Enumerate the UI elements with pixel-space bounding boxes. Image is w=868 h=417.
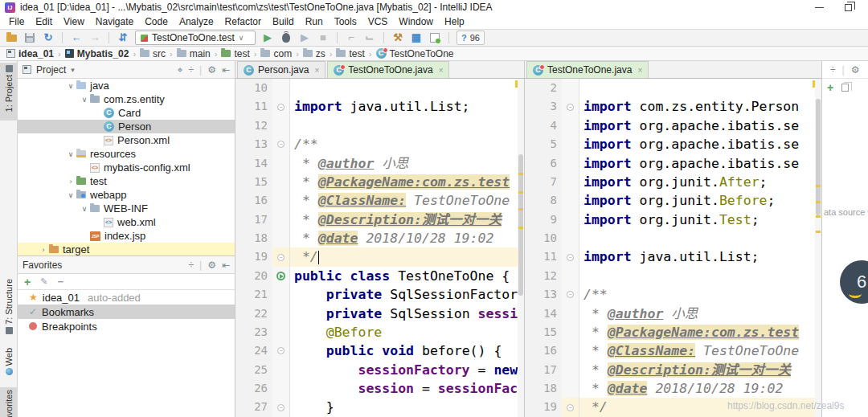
fold-marker-icon[interactable]: − (567, 291, 574, 298)
line-number[interactable]: 12 (235, 117, 272, 135)
warning-marker[interactable] (816, 215, 821, 218)
code-line-16[interactable]: 16 * @ClassName: TestOneToOne (235, 191, 524, 210)
code-line-13[interactable]: 13−/** (235, 135, 524, 153)
code-line-16[interactable]: 16 * @ClassName: TestOneToOne (525, 341, 821, 360)
warning-marker[interactable] (816, 231, 821, 233)
fold-marker-icon[interactable]: − (277, 347, 285, 354)
sync-icon[interactable]: ↻ (42, 31, 55, 44)
menu-item-view[interactable]: View (58, 15, 90, 28)
breadcrumb-item-src[interactable]: src (140, 48, 166, 59)
code-line-21[interactable]: 21 private SqlSessionFactory (235, 285, 524, 304)
breadcrumb-item-test[interactable]: test (221, 48, 249, 59)
add-favorite-icon[interactable]: + (24, 276, 31, 288)
fold-marker-icon[interactable]: − (277, 104, 285, 111)
tab-TestOneToOne.java[interactable]: CTestOneToOne.java× (526, 61, 649, 78)
line-number[interactable]: 4 (525, 117, 562, 135)
line-number[interactable]: 14 (235, 154, 272, 173)
export-icon[interactable] (428, 31, 441, 44)
breadcrumb-item-main[interactable]: main (177, 48, 211, 59)
code-line-18[interactable]: 18 * @date 2018/10/28 19:02 (235, 229, 524, 247)
code-line-12[interactable]: 12 (235, 117, 524, 135)
code-line-22[interactable]: 22 private SqlSession session; (235, 305, 524, 323)
line-number[interactable]: 15 (235, 173, 272, 191)
tree-item-web.xml[interactable]: <>web.xml (18, 215, 235, 229)
scrollbar-thumb[interactable] (816, 99, 821, 215)
scrollbar-right-editor[interactable] (815, 79, 821, 417)
code-line-3[interactable]: 3−import com.zs.entity.Person (525, 97, 821, 116)
menu-item-edit[interactable]: Edit (30, 15, 58, 28)
chevron-expanded-icon[interactable]: ∨ (65, 82, 76, 90)
warning-marker[interactable] (518, 227, 523, 229)
edit-favorite-icon[interactable]: ✎ (40, 276, 47, 287)
expand-icon[interactable]: ÷ (188, 260, 194, 271)
back-icon[interactable]: ← (70, 31, 83, 44)
line-number[interactable]: 21 (235, 285, 272, 304)
line-number[interactable]: 18 (235, 229, 272, 247)
fold-marker-icon[interactable]: − (567, 254, 574, 261)
code-line-26[interactable]: 26 session = sessionFac (235, 379, 524, 398)
menu-item-help[interactable]: Help (439, 15, 470, 28)
open-icon[interactable] (5, 31, 18, 44)
code-line-19[interactable]: 19− */ (235, 247, 524, 266)
code-line-7[interactable]: 7import org.junit.After; (525, 173, 821, 191)
warning-marker[interactable] (816, 201, 821, 203)
warning-marker[interactable] (518, 173, 523, 175)
tab-Person.java[interactable]: CPerson.java× (237, 61, 326, 78)
remove-favorite-icon[interactable]: − (57, 276, 63, 288)
menu-item-file[interactable]: File (3, 15, 30, 28)
line-number[interactable]: 26 (235, 379, 272, 398)
code-line-27[interactable]: 27− } (235, 398, 524, 416)
line-number[interactable]: 8 (525, 191, 562, 210)
fold-marker-icon[interactable]: − (277, 404, 285, 411)
gear-icon[interactable]: ⚙ (207, 64, 216, 76)
coverage-run-icon[interactable]: ▶ (298, 31, 311, 44)
line-number[interactable]: 14 (525, 305, 562, 323)
line-number[interactable]: 27 (235, 398, 272, 416)
chevron-expanded-icon[interactable]: ∨ (79, 96, 90, 104)
close-icon[interactable]: × (637, 66, 642, 75)
code-line-23[interactable]: 23 @Before (235, 323, 524, 341)
line-number[interactable]: 6 (525, 154, 562, 173)
favorites-item-idea_01[interactable]: ★idea_01auto-added (18, 290, 235, 305)
code-line-13[interactable]: 13−/** (525, 285, 821, 304)
code-line-14[interactable]: 14 * @author 小思 (235, 154, 524, 173)
line-number[interactable]: 20 (235, 267, 272, 285)
debug-button[interactable] (280, 31, 293, 44)
expand-icon[interactable]: ÷ (188, 64, 194, 76)
tree-item-index.jsp[interactable]: JSPindex.jsp (18, 229, 235, 243)
tree-item-resources[interactable]: ∨resources (18, 147, 235, 161)
menu-item-build[interactable]: Build (267, 15, 300, 28)
hide-panel-icon[interactable]: ⇤ (222, 260, 230, 271)
chevron-down-icon[interactable]: ▾ (71, 66, 75, 74)
run-button[interactable]: ▶ (261, 31, 274, 44)
minimize-icon[interactable] (815, 7, 824, 8)
code-line-25[interactable]: 25 sessionFactory = new (235, 361, 524, 379)
line-number[interactable]: 23 (235, 323, 272, 341)
line-number[interactable]: 11 (235, 97, 272, 116)
line-number[interactable]: 9 (525, 211, 562, 229)
line-number[interactable]: 12 (525, 267, 562, 285)
chevron-expanded-icon[interactable]: ∨ (79, 205, 90, 213)
code-line-10[interactable]: 10 (525, 229, 821, 247)
hide-panel-icon[interactable]: ⇤ (222, 64, 230, 76)
scrollbar-thumb[interactable] (518, 154, 523, 296)
close-icon[interactable]: × (439, 66, 444, 75)
editor-pane-left[interactable]: CPerson.java×CTestOneToOne.java× 1011−im… (235, 61, 524, 417)
line-number[interactable]: 5 (525, 135, 562, 153)
line-number[interactable]: 2 (525, 79, 562, 97)
menu-item-analyze[interactable]: Analyze (174, 15, 219, 28)
tree-item-test[interactable]: ›test (18, 174, 235, 188)
breadcrumb-item-zs[interactable]: zs (303, 48, 326, 59)
project-structure-icon[interactable]: ▦ (410, 31, 423, 44)
restore-icon[interactable] (845, 4, 852, 11)
gear-icon[interactable]: ⚙ (207, 260, 216, 271)
tool-window-button-favorites[interactable]: Favorites (0, 387, 18, 417)
warning-marker[interactable] (518, 191, 523, 194)
menu-item-navigate[interactable]: Navigate (90, 15, 139, 28)
forward-icon[interactable]: → (88, 31, 101, 44)
line-number[interactable]: 15 (525, 323, 562, 341)
menu-item-tools[interactable]: Tools (329, 15, 362, 28)
tool-window-button-web[interactable]: Web (0, 345, 18, 384)
code-line-20[interactable]: 20public class TestOneToOne { (235, 267, 524, 285)
menu-item-refactor[interactable]: Refactor (219, 15, 267, 28)
